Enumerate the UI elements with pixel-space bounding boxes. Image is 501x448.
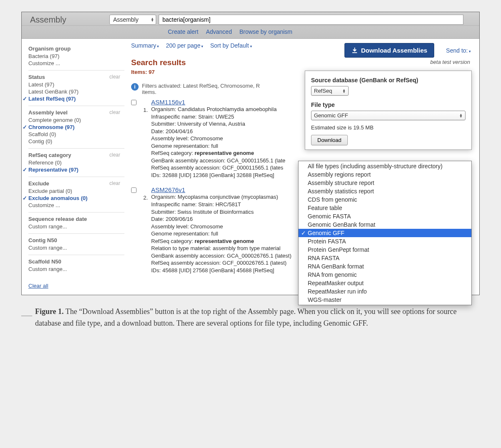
facet-group: Sequence release dateCustom range... — [28, 212, 124, 233]
estimated-size: Estimated size is 19.5 MB — [311, 124, 466, 131]
search-input[interactable] — [159, 15, 463, 25]
clear-all-link[interactable]: Clear all — [28, 283, 48, 289]
facet-item[interactable]: ✓Chromosome (97) — [28, 124, 124, 131]
source-db-label: Source database (GenBank or RefSeq) — [311, 77, 466, 84]
facet-clear[interactable]: clear — [109, 152, 120, 158]
facet-item[interactable]: ✓Representative (97) — [28, 166, 124, 173]
app-frame: Assembly Assembly ▲▼ Create alertAdvance… — [21, 12, 480, 295]
check-icon: ✓ — [23, 96, 28, 102]
file-type-option[interactable]: RNA GenBank format — [299, 262, 471, 271]
file-type-option[interactable]: RNA from genomic — [299, 271, 471, 279]
facet-clear[interactable]: clear — [109, 109, 120, 115]
file-type-option[interactable]: WGS-master — [299, 296, 471, 304]
database-select[interactable]: Assembly ▲▼ — [109, 15, 156, 25]
file-type-label: File type — [311, 101, 466, 108]
file-type-option[interactable]: Protein FASTA — [299, 237, 471, 246]
info-icon: i — [131, 83, 139, 91]
file-type-option[interactable]: RepeatMasker output — [299, 279, 471, 287]
facet-item[interactable]: ✓Latest RefSeq (97) — [28, 95, 124, 102]
facet-item[interactable]: Bacteria (97) — [28, 53, 124, 60]
file-type-option[interactable]: Genomic GenBank format — [299, 220, 471, 229]
filters-activated: i Filters activated: Latest RefSeq, Chro… — [131, 83, 290, 95]
toolbar-item[interactable]: 200 per page — [166, 42, 203, 49]
toolbar-item[interactable]: Sort by Default — [210, 42, 252, 49]
file-type-option[interactable]: Assembly regions report — [299, 170, 471, 179]
facet-group: ExcludeclearExclude partial (0)✓Exclude … — [28, 177, 124, 212]
facet-group: RefSeq categoryclearReference (0)✓Repres… — [28, 148, 124, 177]
beta-label: beta test version — [430, 59, 470, 65]
result-number: 1. — [140, 99, 148, 179]
caption-label: Figure 1. — [35, 307, 64, 316]
facet-item[interactable]: Custom range... — [28, 244, 124, 251]
caption-dash-icon: — — [21, 306, 35, 329]
facet-clear[interactable]: clear — [109, 74, 120, 80]
check-icon: ✓ — [23, 167, 28, 173]
facet-item[interactable]: Customize ... — [28, 202, 124, 209]
file-type-option[interactable]: Protein GenPept format — [299, 246, 471, 254]
file-type-option[interactable]: Genomic FASTA — [299, 212, 471, 220]
facet-item[interactable]: Latest GenBank (97) — [28, 88, 124, 95]
facet-item[interactable]: Scaffold (0) — [28, 131, 124, 138]
file-type-option[interactable]: CDS from genomic — [299, 195, 471, 204]
download-icon — [352, 47, 358, 53]
source-db-select[interactable]: RefSeq ▲▼ — [311, 86, 349, 96]
file-type-option[interactable]: All file types (including assembly-struc… — [299, 162, 471, 170]
caption-text: The “Download Assemblies” button is at t… — [35, 307, 457, 327]
facet-item[interactable]: ✓Exclude anomalous (0) — [28, 195, 124, 202]
facet-group: Scaffold N50Custom range... — [28, 255, 124, 276]
facet-item[interactable]: Complete genome (0) — [28, 116, 124, 124]
file-type-option[interactable]: Genomic GFF — [299, 229, 471, 237]
result-checkbox[interactable] — [131, 187, 137, 193]
result-checkbox[interactable] — [131, 100, 137, 105]
send-to-menu[interactable]: Send to: — [446, 47, 471, 54]
facet-item[interactable]: Latest (97) — [28, 81, 124, 88]
header-sublinks: Create alertAdvancedBrowse by organism — [22, 26, 479, 39]
check-icon: ✓ — [23, 124, 28, 130]
facet-item[interactable]: Reference (0) — [28, 159, 124, 166]
facet-item[interactable]: Contig (0) — [28, 138, 124, 145]
facet-item[interactable]: Custom range... — [28, 223, 124, 230]
file-type-value: Genomic GFF — [314, 112, 348, 119]
check-icon: ✓ — [23, 195, 28, 201]
file-type-select[interactable]: Genomic GFF ▲▼ — [311, 111, 466, 120]
facet-group: StatusclearLatest (97)Latest GenBank (97… — [28, 70, 124, 106]
facet-clear[interactable]: clear — [109, 180, 120, 186]
header-sublink[interactable]: Create alert — [168, 28, 198, 35]
facet-title: Organism group — [28, 46, 124, 52]
source-db-value: RefSeq — [314, 88, 332, 94]
facet-sidebar: Organism groupBacteria (97)Customize ...… — [28, 42, 124, 289]
facet-group: Organism groupBacteria (97)Customize ... — [28, 42, 124, 70]
result-number: 2. — [140, 186, 148, 274]
database-select-value: Assembly — [113, 16, 139, 23]
stepper-icon: ▲▼ — [459, 114, 463, 118]
file-type-option[interactable]: RepeatMasker run info — [299, 287, 471, 296]
facet-group: Contig N50Custom range... — [28, 233, 124, 255]
facet-group: Assembly levelclearComplete genome (0)✓C… — [28, 106, 124, 148]
download-assemblies-label: Download Assemblies — [361, 47, 428, 54]
facet-title: Scaffold N50 — [28, 258, 124, 265]
search-results-heading: Search results — [131, 58, 473, 67]
facet-item[interactable]: Custom range... — [28, 266, 124, 273]
filters-text-2: items. — [142, 89, 157, 95]
stepper-icon: ▲▼ — [342, 89, 346, 93]
file-type-option[interactable]: Assembly structure report — [299, 179, 471, 187]
file-type-dropdown[interactable]: All file types (including assembly-struc… — [298, 161, 472, 305]
header-sublink[interactable]: Advanced — [206, 28, 232, 35]
toolbar-item[interactable]: Summary — [131, 42, 159, 49]
figure-caption: — Figure 1. The “Download Assemblies” bu… — [21, 306, 480, 329]
facet-title: Sequence release date — [28, 216, 124, 222]
facet-item[interactable]: Customize ... — [28, 60, 124, 67]
file-type-option[interactable]: Feature table — [299, 204, 471, 212]
file-type-option[interactable]: Assembly statistics report — [299, 187, 471, 195]
page-title: Assembly — [30, 15, 109, 25]
download-assemblies-button[interactable]: Download Assemblies — [344, 43, 435, 58]
file-type-option[interactable]: RNA FASTA — [299, 254, 471, 262]
stepper-icon: ▲▼ — [151, 18, 154, 22]
header-sublink[interactable]: Browse by organism — [239, 28, 292, 35]
header-bar: Assembly Assembly ▲▼ — [22, 12, 479, 26]
download-panel: Source database (GenBank or RefSeq) RefS… — [305, 71, 472, 150]
filters-text: Filters activated: Latest RefSeq, Chromo… — [142, 83, 260, 89]
download-button[interactable]: Download — [311, 135, 348, 145]
facet-title: Contig N50 — [28, 237, 124, 243]
facet-item[interactable]: Exclude partial (0) — [28, 187, 124, 195]
